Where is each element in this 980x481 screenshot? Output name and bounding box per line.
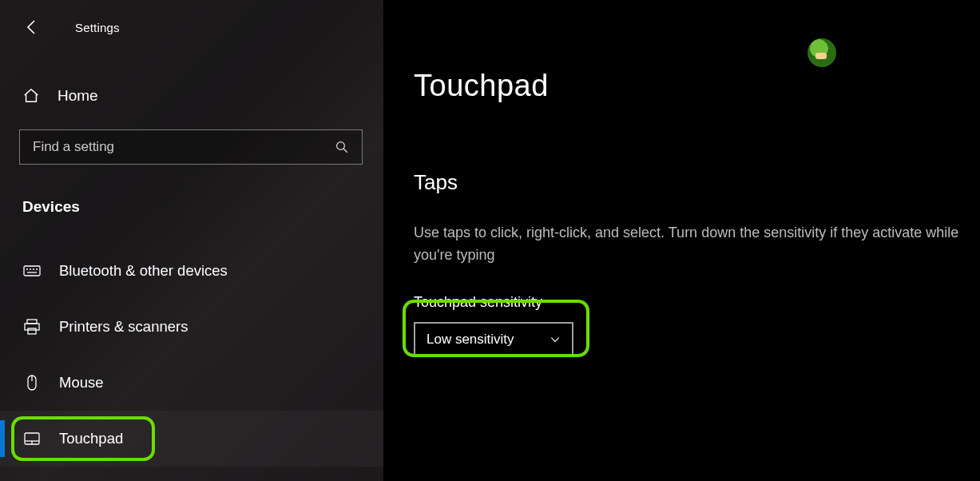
back-arrow-icon[interactable] — [22, 18, 42, 37]
sidebar-item-label: Touchpad — [59, 430, 123, 447]
home-label: Home — [58, 87, 98, 105]
chevron-down-icon — [550, 334, 561, 345]
svg-rect-2 — [24, 266, 40, 276]
sidebar-item-mouse[interactable]: Mouse — [0, 355, 383, 411]
home-icon — [22, 87, 40, 105]
app-title: Settings — [75, 21, 120, 34]
sensitivity-dropdown[interactable]: Low sensitivity — [414, 322, 573, 357]
sidebar-item-printers[interactable]: Printers & scanners — [0, 299, 383, 355]
section-title: Taps — [414, 170, 961, 195]
page-title: Touchpad — [414, 69, 961, 103]
sidebar-item-label: Printers & scanners — [59, 318, 188, 336]
dropdown-value: Low sensitivity — [427, 332, 550, 348]
sidebar-item-bluetooth[interactable]: Bluetooth & other devices — [0, 243, 383, 299]
search-icon — [335, 140, 349, 154]
svg-rect-9 — [25, 324, 39, 330]
sidebar-item-label: Mouse — [59, 374, 104, 392]
search-input[interactable] — [33, 139, 335, 155]
svg-rect-8 — [27, 320, 37, 324]
svg-rect-10 — [28, 328, 36, 334]
search-input-container[interactable] — [19, 129, 363, 165]
avatar — [807, 38, 836, 67]
mouse-icon — [22, 373, 42, 392]
sidebar-item-label: Bluetooth & other devices — [59, 262, 228, 280]
section-description: Use taps to click, right-click, and sele… — [414, 222, 961, 267]
keyboard-icon — [22, 261, 42, 280]
svg-point-0 — [337, 142, 345, 150]
touchpad-icon — [22, 429, 42, 448]
printer-icon — [22, 317, 42, 336]
section-heading: Devices — [0, 198, 383, 216]
field-label: Touchpad sensitivity — [414, 294, 961, 311]
nav-list: Bluetooth & other devices Printers & sca… — [0, 243, 383, 467]
main-content: Touchpad Taps Use taps to click, right-c… — [383, 0, 980, 481]
sidebar: Settings Home Devices Bluetooth & other … — [0, 0, 383, 481]
svg-line-1 — [343, 149, 347, 153]
sidebar-item-touchpad[interactable]: Touchpad — [0, 411, 383, 467]
header-row: Settings — [0, 13, 383, 42]
home-nav[interactable]: Home — [0, 80, 383, 112]
